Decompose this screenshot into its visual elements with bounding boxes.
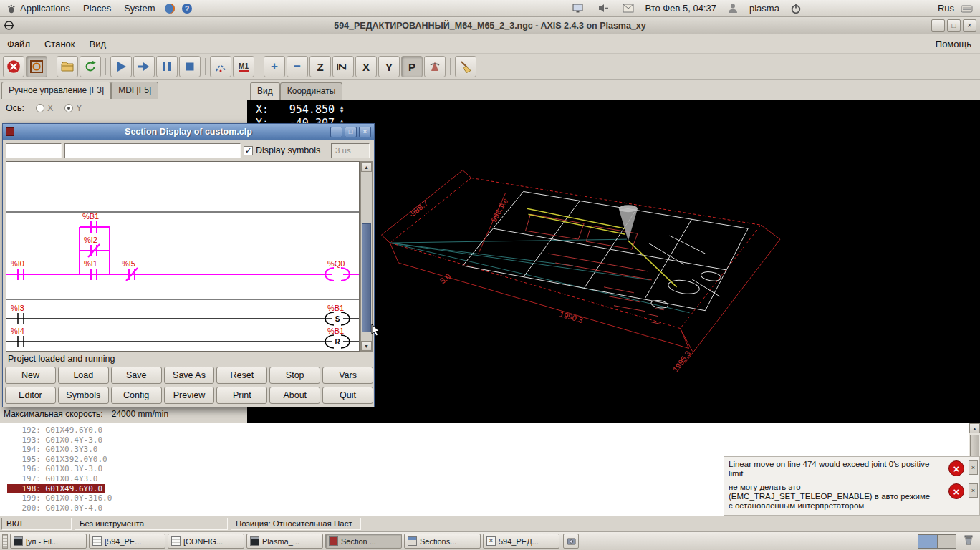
ladder-button-save-as[interactable]: Save As <box>164 367 215 384</box>
taskbar-item[interactable]: [594_РЕ... <box>89 534 165 549</box>
trash-applet[interactable] <box>962 534 975 549</box>
ladder-button-new[interactable]: New <box>5 367 56 384</box>
places-menu[interactable]: Places <box>77 0 117 16</box>
zoom-out-button[interactable]: − <box>287 56 308 77</box>
ladder-button-load[interactable]: Load <box>58 367 109 384</box>
scroll-up-icon[interactable]: ▲ <box>969 423 980 433</box>
ladder-canvas: S R %B1 %I2 %I0 %I1 %I5 %Q0 %I3 %B1 %I4 … <box>6 161 360 352</box>
taskbar-item[interactable]: Sections... <box>404 534 481 549</box>
spin-down-icon[interactable]: ▼ <box>340 110 343 114</box>
gcode-line[interactable]: 192: G01X49.6Y0.0 <box>7 425 980 435</box>
ladder-button-print[interactable]: Print <box>216 387 267 404</box>
view-x-button[interactable]: X <box>355 56 377 77</box>
workspace-1[interactable] <box>918 535 937 548</box>
ladder-maximize-button[interactable]: □ <box>345 127 357 138</box>
screen-icon[interactable] <box>572 3 584 14</box>
menu-help[interactable]: Помощь <box>928 35 980 53</box>
classicladder-window[interactable]: Section Display of custom.clp _ □ × ✓ Di… <box>2 123 375 407</box>
reload-button[interactable] <box>80 56 101 77</box>
menu-view[interactable]: Вид <box>82 35 114 53</box>
symbol-i1: %I1 <box>84 259 97 268</box>
view-z-button[interactable]: Z <box>309 56 331 77</box>
ladder-titlebar[interactable]: Section Display of custom.clp _ □ × <box>3 124 374 140</box>
error-close-button[interactable]: × <box>969 460 978 475</box>
keyboard-icon[interactable] <box>961 4 973 14</box>
view-z-rotated-button[interactable]: Z <box>332 56 354 77</box>
mail-icon[interactable] <box>623 4 634 13</box>
volume-muted-icon[interactable] <box>597 3 609 14</box>
ladder-button-preview[interactable]: Preview <box>164 387 215 404</box>
menu-file[interactable]: Файл <box>0 35 37 53</box>
gcode-line[interactable]: 193: G01X0.4Y-3.0 <box>7 435 980 445</box>
close-button[interactable]: × <box>963 19 976 32</box>
ladder-scrollbar[interactable]: ▲ ▼ <box>360 161 373 352</box>
window-list-handle[interactable] <box>2 534 8 549</box>
help-launcher-icon[interactable]: ? <box>181 3 193 14</box>
workspace-2[interactable] <box>937 535 956 548</box>
taskbar-item[interactable]: Plasma_... <box>246 534 323 549</box>
firefox-launcher-icon[interactable] <box>164 3 176 14</box>
tab-manual-control[interactable]: Ручное управление [F3] <box>1 82 111 99</box>
minimize-button[interactable]: _ <box>931 19 945 32</box>
ladder-button-about[interactable]: About <box>269 387 320 404</box>
system-menu[interactable]: System <box>117 0 161 16</box>
axis-radio-x[interactable]: X <box>36 103 53 113</box>
scrollbar-thumb[interactable] <box>362 223 371 332</box>
ladder-button-save[interactable]: Save <box>111 367 162 384</box>
tab-preview[interactable]: Вид <box>250 82 280 100</box>
section-combo[interactable] <box>6 143 62 158</box>
maximize-button[interactable]: □ <box>947 19 961 32</box>
machine-power-icon <box>29 59 44 74</box>
view-y-button[interactable]: Y <box>378 56 400 77</box>
ladder-button-symbols[interactable]: Symbols <box>58 387 109 404</box>
ladder-button-vars[interactable]: Vars <box>322 367 373 384</box>
ladder-close-button[interactable]: × <box>359 127 371 138</box>
stop-button[interactable] <box>179 56 201 77</box>
scroll-down-icon[interactable]: ▼ <box>361 341 372 351</box>
workspace-switcher[interactable] <box>918 534 956 549</box>
x-spinner[interactable]: ▲▼ <box>340 106 343 114</box>
shutdown-icon[interactable] <box>790 3 802 14</box>
keyboard-layout[interactable]: Rus <box>938 3 954 14</box>
tab-mdi[interactable]: MDI [F5] <box>111 82 158 99</box>
axis-titlebar[interactable]: 594_РЕДАКТИРОВАННЫЙ_M64_M65_2_3.ngc - AX… <box>0 17 980 34</box>
ladder-button-config[interactable]: Config <box>111 387 162 404</box>
run-from-line-button[interactable] <box>133 56 155 77</box>
view-perspective-button[interactable]: P <box>401 56 423 77</box>
taskbar-item[interactable]: [уп - Fil... <box>10 534 87 549</box>
ladder-button-quit[interactable]: Quit <box>322 387 373 404</box>
user-icon[interactable] <box>727 3 739 14</box>
ladder-button-stop[interactable]: Stop <box>269 367 320 384</box>
scroll-up-icon[interactable]: ▲ <box>361 162 372 172</box>
menu-machine[interactable]: Станок <box>37 35 82 53</box>
display-symbols-checkbox[interactable]: ✓ <box>244 146 253 155</box>
taskbar-item[interactable]: Section ... <box>325 534 402 549</box>
dim-1995: 1995.3 <box>671 349 693 374</box>
ladder-button-reset[interactable]: Reset <box>216 367 267 384</box>
document-icon <box>92 536 102 546</box>
document-icon <box>171 536 181 546</box>
rotate-view-button[interactable] <box>424 56 446 77</box>
error-close-button[interactable]: × <box>969 483 978 498</box>
clear-plot-button[interactable] <box>455 56 476 77</box>
section-name-field[interactable] <box>64 143 241 158</box>
estop-button[interactable] <box>3 56 24 77</box>
ladder-button-editor[interactable]: Editor <box>5 387 56 404</box>
taskbar-item[interactable]: [CONFIG... <box>168 534 244 549</box>
clock[interactable]: Вто Фев 5, 04:37 <box>645 3 716 14</box>
skip-lines-button[interactable] <box>210 56 231 77</box>
open-file-button[interactable] <box>57 56 78 77</box>
optional-stop-button[interactable]: M1 <box>233 56 254 77</box>
pause-button[interactable] <box>156 56 178 77</box>
zoom-in-button[interactable]: + <box>264 56 285 77</box>
gcode-line[interactable]: 194: G01X0.3Y3.0 <box>7 445 980 455</box>
applications-menu[interactable]: Applications <box>0 0 77 16</box>
axis-radio-y[interactable]: Y <box>64 103 82 113</box>
taskbar-item[interactable]: ×594_РЕД... <box>483 534 559 549</box>
machine-power-button[interactable] <box>26 56 47 77</box>
ladder-minimize-button[interactable]: _ <box>330 127 342 138</box>
run-button[interactable] <box>110 56 132 77</box>
tab-dro[interactable]: Координаты <box>280 82 343 100</box>
symbol-i5: %I5 <box>122 259 135 268</box>
screenshot-app-button[interactable] <box>563 534 579 549</box>
